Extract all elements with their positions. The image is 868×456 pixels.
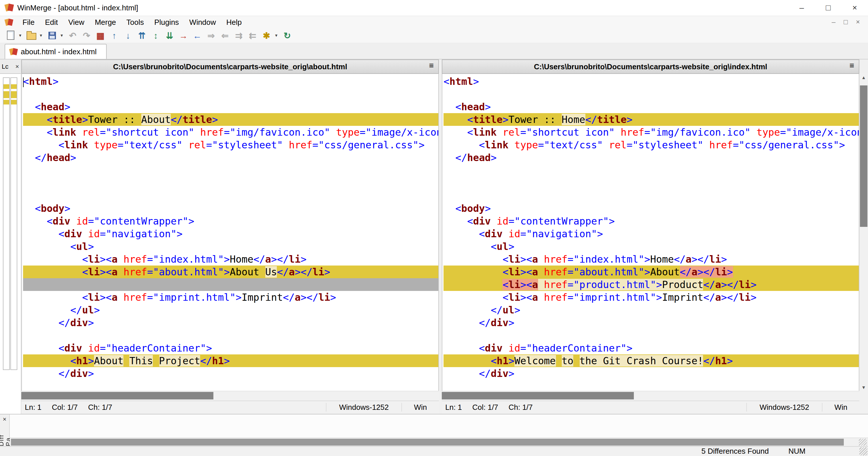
diff-mark[interactable] — [3, 100, 9, 105]
copy-left-advance-button[interactable]: ⇐ — [218, 29, 232, 42]
copy-right-button[interactable]: → — [177, 29, 190, 42]
left-code-editor[interactable]: <html> <head> <title>Tower :: About</tit… — [21, 74, 439, 391]
left-pane-menu-icon[interactable]: ≡ — [429, 60, 434, 69]
refresh-button[interactable]: ↻ — [280, 29, 294, 42]
copy-right-advance-button[interactable]: ⇒ — [204, 29, 218, 42]
auto-merge-dropdown-icon[interactable]: ▾ — [273, 33, 279, 38]
code-line[interactable]: <title>Tower :: About</title> — [23, 113, 438, 126]
code-line[interactable] — [443, 329, 859, 342]
code-line[interactable] — [443, 164, 859, 177]
location-strip-right[interactable] — [10, 77, 17, 370]
code-line[interactable]: <li><a href="imprint.html">Imprint</a></… — [443, 291, 859, 304]
compare-tab[interactable]: about.html - index.html — [5, 44, 106, 59]
diff-mark[interactable] — [11, 91, 17, 98]
save-dropdown-icon[interactable]: ▾ — [59, 33, 65, 38]
code-line[interactable]: </ul> — [443, 304, 859, 317]
diff-pane-resize-grip[interactable] — [859, 438, 867, 445]
code-line[interactable]: <h1>About This Project</h1> — [23, 355, 438, 367]
code-line[interactable]: <li><a href="index.html">Home</a></li> — [443, 253, 859, 266]
scroll-up-icon[interactable]: ▲ — [859, 73, 868, 82]
vscroll-track[interactable] — [859, 82, 868, 383]
diff-pane-scroll-thumb[interactable] — [11, 438, 844, 445]
menu-help[interactable]: Help — [221, 16, 247, 28]
code-line[interactable]: <html> — [23, 75, 438, 88]
diff-mark[interactable] — [11, 100, 17, 105]
code-line[interactable] — [443, 190, 859, 202]
diff-mark[interactable] — [11, 84, 17, 89]
code-line[interactable]: <h1>Welcome to the Git Crash Course!</h1… — [443, 355, 859, 367]
diff-pane-content[interactable] — [10, 414, 868, 437]
auto-merge-button[interactable]: ✱ — [259, 29, 273, 42]
code-line[interactable] — [23, 329, 438, 342]
location-strip-left[interactable] — [3, 77, 10, 370]
code-line[interactable]: </div> — [443, 317, 859, 329]
code-line[interactable]: </div> — [23, 367, 438, 380]
diff-mark[interactable] — [3, 84, 9, 89]
code-line[interactable]: <div id="navigation"> — [443, 228, 859, 240]
code-line[interactable] — [443, 177, 859, 190]
menu-view[interactable]: View — [63, 16, 90, 28]
code-line[interactable] — [23, 164, 438, 177]
location-pane-close-icon[interactable]: × — [15, 63, 19, 69]
mdi-restore-button[interactable]: □ — [843, 18, 848, 26]
menu-window[interactable]: Window — [184, 16, 221, 28]
code-line[interactable] — [443, 88, 859, 101]
code-line[interactable]: <link rel="shortcut icon" href="img/favi… — [443, 126, 859, 139]
code-line[interactable] — [23, 177, 438, 190]
code-line[interactable]: </ul> — [23, 304, 438, 317]
options-button[interactable]: ▦ — [93, 29, 107, 42]
code-line[interactable]: </div> — [443, 367, 859, 380]
code-line[interactable]: <div id="contentWrapper"> — [23, 215, 438, 228]
left-hscroll-thumb[interactable] — [21, 392, 213, 399]
menu-edit[interactable]: Edit — [40, 16, 63, 28]
redo-button[interactable]: ↷ — [80, 29, 93, 42]
code-line[interactable]: <head> — [443, 101, 859, 113]
right-code-editor[interactable]: <html> <head> <title>Tower :: Home</titl… — [442, 74, 859, 391]
code-line[interactable]: <li><a href="about.html">About</a></li> — [443, 266, 859, 279]
last-difference-button[interactable]: ⇊ — [163, 29, 177, 42]
code-line[interactable]: <link type="text/css" rel="stylesheet" h… — [23, 139, 438, 151]
window-resize-grip[interactable] — [859, 447, 867, 455]
code-line[interactable]: <li><a href="about.html">About Us</a></l… — [23, 266, 438, 279]
code-line[interactable]: <link rel="shortcut icon" href="img/favi… — [23, 126, 438, 139]
location-pane-map[interactable] — [0, 74, 21, 414]
copy-left-button[interactable]: ← — [190, 29, 204, 42]
code-line[interactable] — [23, 190, 438, 202]
code-line[interactable]: <body> — [443, 202, 859, 215]
new-dropdown-icon[interactable]: ▾ — [17, 33, 23, 38]
menu-tools[interactable]: Tools — [121, 16, 149, 28]
code-line[interactable]: <head> — [23, 101, 438, 113]
minimize-button[interactable]: – — [788, 0, 815, 16]
diff-pane-scrollbar[interactable] — [10, 437, 868, 446]
code-line[interactable]: <title>Tower :: Home</title> — [443, 113, 859, 126]
save-button[interactable] — [45, 29, 59, 42]
document-system-menu-icon[interactable] — [5, 19, 13, 26]
left-horizontal-scrollbar[interactable] — [21, 391, 439, 401]
menu-plugins[interactable]: Plugins — [149, 16, 184, 28]
code-line[interactable]: <li><a href="imprint.html">Imprint</a></… — [23, 291, 438, 304]
undo-button[interactable]: ↶ — [66, 29, 80, 42]
close-button[interactable]: × — [841, 0, 868, 16]
code-line[interactable]: <html> — [443, 75, 859, 88]
code-line[interactable]: <div id="headerContainer"> — [443, 342, 859, 355]
menu-file[interactable]: File — [17, 16, 40, 28]
code-line[interactable]: <div id="contentWrapper"> — [443, 215, 859, 228]
vertical-scrollbar[interactable]: ▲ ▼ — [859, 59, 868, 414]
open-button[interactable] — [24, 29, 38, 42]
next-difference-button[interactable]: ↓ — [121, 29, 135, 42]
first-difference-button[interactable]: ⇈ — [135, 29, 149, 42]
code-line[interactable]: <li><a href="index.html">Home</a></li> — [23, 253, 438, 266]
mdi-minimize-button[interactable]: – — [832, 18, 835, 26]
code-line[interactable]: </head> — [23, 151, 438, 164]
new-button[interactable] — [3, 29, 17, 42]
all-left-button[interactable]: ⇇ — [246, 29, 259, 42]
menu-merge[interactable]: Merge — [90, 16, 121, 28]
right-hscroll-thumb[interactable] — [442, 392, 634, 399]
code-line[interactable]: <ul> — [23, 240, 438, 253]
open-dropdown-icon[interactable]: ▾ — [38, 33, 44, 38]
code-line[interactable] — [23, 279, 438, 291]
maximize-button[interactable]: □ — [815, 0, 841, 16]
right-pane-menu-icon[interactable]: ≡ — [849, 60, 854, 69]
pane-splitter[interactable] — [439, 59, 442, 414]
mdi-close-button[interactable]: × — [856, 18, 860, 26]
